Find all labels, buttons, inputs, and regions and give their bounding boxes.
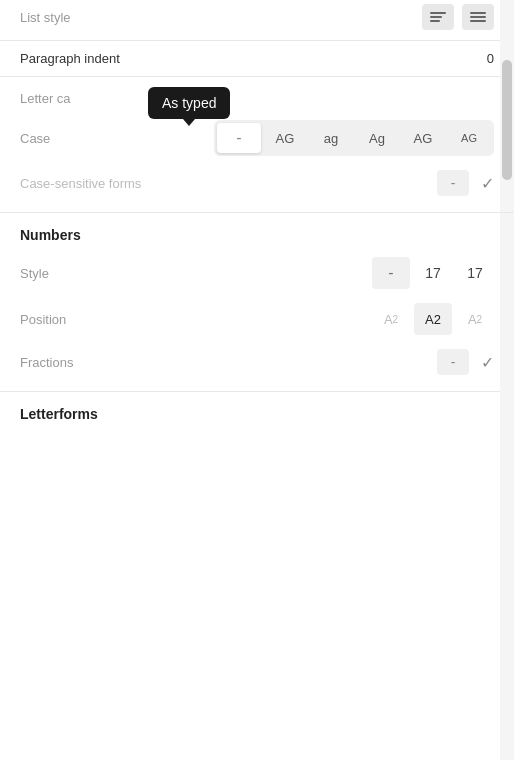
- case-sensitive-dash: -: [451, 175, 456, 191]
- case-sensitive-check[interactable]: ✓: [481, 174, 494, 193]
- numbers-fractions-check[interactable]: ✓: [481, 353, 494, 372]
- numbers-style-dash-btn[interactable]: -: [372, 257, 410, 289]
- numbers-style-row: Style - 17 17: [20, 257, 494, 289]
- list-style-row: List style: [0, 0, 514, 41]
- fractions-dash: -: [451, 354, 456, 370]
- case-btn-lower[interactable]: ag: [309, 123, 353, 153]
- numbers-fractions-controls: - ✓: [437, 349, 494, 375]
- numbers-style-buttons: - 17 17: [372, 257, 494, 289]
- paragraph-indent-label: Paragraph indent: [20, 51, 120, 66]
- list-lines-icon: [430, 12, 446, 22]
- case-sensitive-controls: - ✓: [437, 170, 494, 196]
- line3: [430, 20, 440, 22]
- case-sensitive-dash-btn[interactable]: -: [437, 170, 469, 196]
- sub-2: 2: [393, 314, 399, 325]
- sup-2: 2: [477, 314, 483, 325]
- panel: List style Paragraph indent 0: [0, 0, 514, 760]
- numbers-fractions-label: Fractions: [20, 355, 73, 370]
- case-sensitive-label: Case-sensitive forms: [20, 176, 141, 191]
- letter-case-header: Letter ca: [20, 91, 494, 106]
- line2: [430, 16, 442, 18]
- case-btn-all-caps[interactable]: AG: [263, 123, 307, 153]
- case-btn-small-caps[interactable]: AG: [447, 123, 491, 153]
- paragraph-indent-value: 0: [487, 51, 494, 66]
- case-btn-title[interactable]: Ag: [355, 123, 399, 153]
- numbers-section: Numbers Style - 17 17 Position A2 A2 A2: [0, 213, 514, 392]
- numbers-position-buttons: A2 A2 A2: [372, 303, 494, 335]
- letter-case-section-label: Letter ca: [20, 91, 71, 106]
- list-style-button-1[interactable]: [422, 4, 454, 30]
- line1: [430, 12, 446, 14]
- numbers-style-label: Style: [20, 266, 49, 281]
- numbers-position-super-btn[interactable]: A2: [456, 303, 494, 335]
- list-style-button-2[interactable]: [462, 4, 494, 30]
- case-btn-upper[interactable]: AG: [401, 123, 445, 153]
- letter-case-section: Letter ca As typed Case - AG ag Ag AG AG: [0, 77, 514, 213]
- numbers-position-normal-btn[interactable]: A2: [414, 303, 452, 335]
- line1b: [470, 12, 486, 14]
- paragraph-indent-section: Paragraph indent 0: [0, 41, 514, 77]
- case-row: Case - AG ag Ag AG AG: [20, 120, 494, 156]
- case-buttons-group: - AG ag Ag AG AG: [214, 120, 494, 156]
- numbers-position-row: Position A2 A2 A2: [20, 303, 494, 335]
- list-style-label: List style: [20, 10, 71, 25]
- case-sensitive-row: Case-sensitive forms - ✓: [20, 170, 494, 196]
- line3b: [470, 20, 486, 22]
- numbers-position-sub-btn[interactable]: A2: [372, 303, 410, 335]
- paragraph-indent-row: Paragraph indent 0: [20, 41, 494, 76]
- letterforms-section: Letterforms: [0, 392, 514, 446]
- numbers-fractions-row: Fractions - ✓: [20, 349, 494, 375]
- numbers-style-normal-btn[interactable]: 17: [414, 257, 452, 289]
- numbers-section-title: Numbers: [20, 227, 494, 243]
- numbers-style-oldstyle-btn[interactable]: 17: [456, 257, 494, 289]
- case-btn-dash[interactable]: -: [217, 123, 261, 153]
- case-label: Case: [20, 131, 50, 146]
- list-lines-icon-2: [470, 12, 486, 22]
- line2b: [470, 16, 486, 18]
- numbers-fractions-dash-btn[interactable]: -: [437, 349, 469, 375]
- letterforms-section-title: Letterforms: [20, 406, 494, 422]
- numbers-position-label: Position: [20, 312, 66, 327]
- list-style-controls: [422, 4, 494, 30]
